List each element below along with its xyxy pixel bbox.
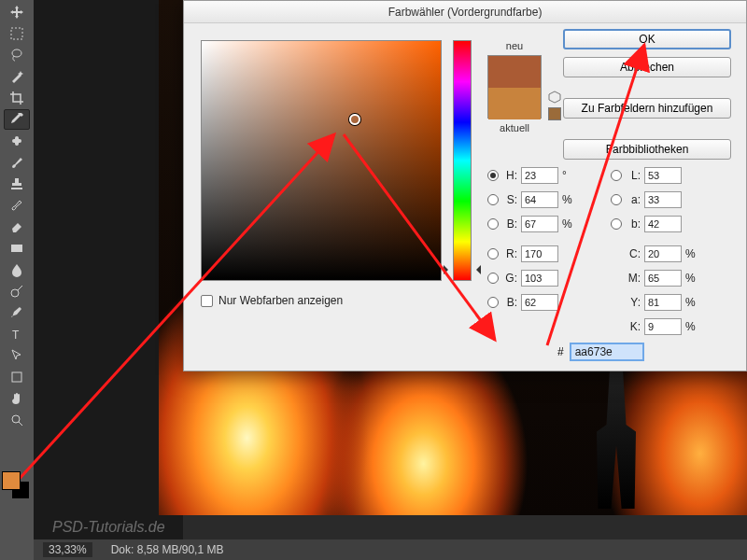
g-radio[interactable] <box>487 273 499 284</box>
s-radio[interactable] <box>487 194 499 205</box>
new-current-swatch[interactable] <box>487 55 542 119</box>
foreground-swatch[interactable] <box>2 471 21 490</box>
move-tool[interactable] <box>4 2 30 22</box>
g-input[interactable] <box>521 270 558 287</box>
web-colors-label: Nur Webfarben anzeigen <box>218 294 343 307</box>
y-input[interactable] <box>644 294 682 311</box>
stamp-tool[interactable] <box>4 174 30 194</box>
marquee-tool[interactable] <box>4 23 30 44</box>
a-input[interactable] <box>644 191 682 208</box>
dodge-tool[interactable] <box>4 281 30 301</box>
svg-rect-0 <box>11 28 22 39</box>
saturation-value-field[interactable] <box>201 40 442 281</box>
bl-radio[interactable] <box>611 218 622 230</box>
sv-marker[interactable] <box>349 114 360 125</box>
history-brush-tool[interactable] <box>4 195 30 216</box>
blur-tool[interactable] <box>4 259 30 280</box>
gamut-warning-icon[interactable] <box>548 91 561 104</box>
new-label: neu <box>486 40 543 51</box>
new-color <box>488 56 541 88</box>
zoom-tool[interactable] <box>4 410 30 430</box>
hex-input[interactable] <box>570 343 644 361</box>
r-input[interactable] <box>521 245 558 262</box>
tools-toolbar: T <box>0 0 34 560</box>
watermark: PSD-Tutorials.de <box>52 519 165 536</box>
k-label: K: <box>626 320 641 333</box>
eyedropper-tool[interactable] <box>4 109 30 130</box>
hand-tool[interactable] <box>4 388 30 409</box>
heal-tool[interactable] <box>4 131 30 151</box>
cancel-button[interactable]: Abbrechen <box>563 57 731 77</box>
bl-label: b: <box>626 217 641 231</box>
h-radio[interactable] <box>487 170 499 181</box>
libraries-button[interactable]: Farbbibliotheken <box>563 139 731 160</box>
svg-point-9 <box>12 415 20 423</box>
g-label: G: <box>502 272 517 285</box>
svg-rect-4 <box>11 245 22 252</box>
dialog-title: Farbwähler (Vordergrundfarbe) <box>184 1 746 23</box>
h-label: H: <box>502 169 517 182</box>
k-input[interactable] <box>644 318 682 335</box>
svg-rect-8 <box>12 372 21 382</box>
eraser-tool[interactable] <box>4 217 30 237</box>
hue-slider[interactable] <box>453 40 472 281</box>
l-radio[interactable] <box>611 170 622 181</box>
current-color <box>488 88 541 119</box>
color-swatches[interactable] <box>2 471 32 501</box>
bl-input[interactable] <box>644 216 682 232</box>
svg-text:T: T <box>12 329 20 342</box>
r-radio[interactable] <box>487 248 499 259</box>
hex-hash: # <box>557 345 564 358</box>
r-label: R: <box>502 247 517 260</box>
websafe-swatch[interactable] <box>548 107 561 120</box>
bc-input[interactable] <box>521 294 558 311</box>
lasso-tool[interactable] <box>4 45 30 65</box>
doc-size: Dok: 8,58 MB/90,1 MB <box>111 543 224 556</box>
s-label: S: <box>502 193 517 206</box>
bv-label: B: <box>502 217 517 231</box>
web-colors-checkbox[interactable] <box>201 295 213 307</box>
bv-input[interactable] <box>521 216 558 232</box>
c-input[interactable] <box>644 245 682 262</box>
current-label: aktuell <box>486 122 543 133</box>
m-label: M: <box>626 272 641 285</box>
zoom-level[interactable]: 33,33% <box>43 542 92 557</box>
color-values: H:° L: S:% a: B:% b: R: C:% G: M:% B: Y:… <box>487 163 738 339</box>
y-label: Y: <box>626 296 641 309</box>
type-tool[interactable]: T <box>4 324 30 344</box>
wand-tool[interactable] <box>4 66 30 87</box>
gradient-tool[interactable] <box>4 238 30 259</box>
bc-radio[interactable] <box>487 297 499 308</box>
s-input[interactable] <box>521 191 558 208</box>
brush-tool[interactable] <box>4 152 30 173</box>
bv-radio[interactable] <box>487 218 499 230</box>
crop-tool[interactable] <box>4 88 30 108</box>
a-label: a: <box>626 193 641 206</box>
shape-tool[interactable] <box>4 367 30 387</box>
status-bar: 33,33% Dok: 8,58 MB/90,1 MB <box>34 539 747 560</box>
svg-point-6 <box>11 289 19 297</box>
l-input[interactable] <box>644 167 682 184</box>
add-swatch-button[interactable]: Zu Farbfeldern hinzufügen <box>563 98 731 119</box>
pen-tool[interactable] <box>4 302 30 323</box>
bc-label: B: <box>502 296 517 309</box>
path-select-tool[interactable] <box>4 345 30 366</box>
ok-button[interactable]: OK <box>563 29 731 49</box>
svg-rect-3 <box>15 136 19 146</box>
l-label: L: <box>626 169 641 182</box>
a-radio[interactable] <box>611 194 622 205</box>
c-label: C: <box>626 247 641 260</box>
color-picker-dialog: Farbwähler (Vordergrundfarbe) neu aktuel… <box>183 0 747 371</box>
h-input[interactable] <box>521 167 558 184</box>
m-input[interactable] <box>644 270 682 287</box>
